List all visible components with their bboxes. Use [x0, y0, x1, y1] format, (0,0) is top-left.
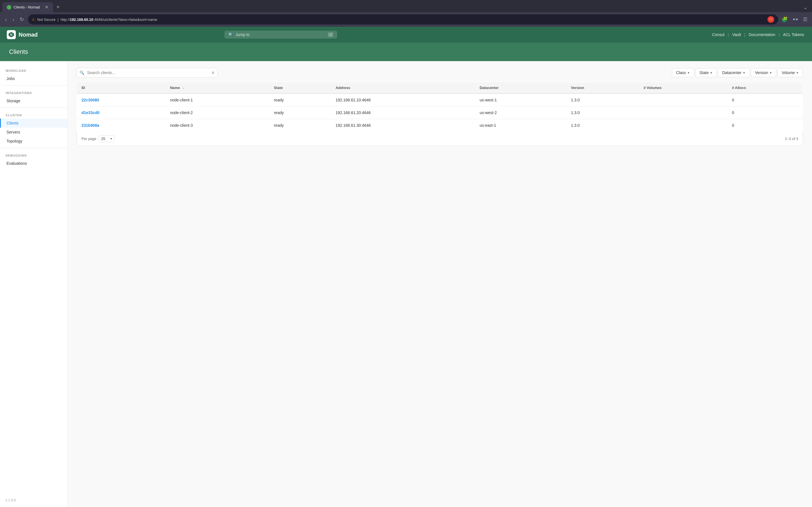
sidebar-item-clients-label: Clients	[6, 121, 18, 125]
version-filter-label: Version	[755, 70, 768, 75]
forward-button[interactable]: ›	[11, 15, 16, 24]
nomad-logo-text: Nomad	[18, 32, 38, 38]
sidebar-item-evaluations[interactable]: Evaluations	[0, 159, 67, 168]
sidebar-section-workload: WORKLOAD	[0, 66, 67, 74]
datacenter-filter-label: Datacenter	[722, 70, 741, 75]
per-page-select[interactable]: 10 25 50 100	[99, 135, 114, 142]
cell-version-0: 1.3.0	[566, 94, 639, 107]
sidebar-item-servers[interactable]: Servers	[0, 128, 67, 136]
documentation-link[interactable]: Documentation	[748, 33, 776, 37]
cell-volumes-2	[639, 119, 728, 132]
nomad-logo-svg: N	[8, 32, 14, 38]
client-id-link-2[interactable]: 231b908a	[82, 123, 99, 128]
cell-allocs-1: 0	[727, 107, 803, 119]
cell-volumes-0	[639, 94, 728, 107]
search-input[interactable]	[77, 68, 218, 77]
tab-more-button[interactable]: ⌄	[801, 3, 810, 11]
tab-close-button[interactable]: ✕	[45, 4, 49, 10]
vault-link[interactable]: Vault	[731, 33, 742, 37]
cell-version-1: 1.3.0	[566, 107, 639, 119]
acl-tokens-link[interactable]: ACL Tokens	[782, 33, 805, 37]
sidebar-item-storage[interactable]: Storage	[0, 96, 67, 105]
table-header-row: ID Name ↓ State Address Da	[77, 82, 803, 94]
cell-allocs-2: 0	[727, 119, 803, 132]
jump-to-input[interactable]: 🔍 Jump to /	[224, 31, 337, 39]
col-header-state: State	[269, 82, 331, 94]
table-row: d1e33cd0 node-client-2 ready 192.168.61.…	[77, 107, 803, 119]
cell-datacenter-2: us-east-1	[475, 119, 566, 132]
datacenter-filter-button[interactable]: Datacenter ▼	[718, 68, 749, 77]
cell-id-0: 22c30080	[77, 94, 165, 107]
volume-filter-label: Volume	[781, 70, 795, 75]
volume-filter-chevron: ▼	[796, 71, 799, 74]
table-row: 231b908a node-client-3 ready 192.168.61.…	[77, 119, 803, 132]
sidebar-item-jobs[interactable]: Jobs	[0, 74, 67, 83]
page-title: Clients	[9, 48, 803, 55]
cell-id-1: d1e33cd0	[77, 107, 165, 119]
puzzle-icon[interactable]: 🧩	[780, 15, 789, 24]
url-path: /ui/clients?desc=false&sort=name	[102, 17, 157, 22]
sidebar-divider-2	[0, 108, 67, 108]
col-header-datacenter: Datacenter	[475, 82, 566, 94]
col-header-allocs: # Allocs	[727, 82, 803, 94]
client-id-link-1[interactable]: d1e33cd0	[82, 110, 100, 115]
col-header-name[interactable]: Name ↓	[165, 82, 269, 94]
url-not-secure: Not Secure	[37, 17, 56, 22]
sidebar-item-jobs-label: Jobs	[6, 76, 15, 81]
class-filter-button[interactable]: Class ▼	[672, 68, 694, 77]
cell-state-1: ready	[269, 107, 331, 119]
class-filter-label: Class	[676, 70, 686, 75]
consul-link[interactable]: Consul	[711, 33, 726, 37]
volume-filter-button[interactable]: Volume ▼	[777, 68, 803, 77]
menu-icon[interactable]: ☰	[802, 15, 809, 24]
pagination-bar: Per page 10 25 50 100 ▼ 1–3 of 3	[77, 132, 803, 146]
browser-tab-bar: Clients - Nomad ✕ + ⌄	[0, 0, 812, 12]
table-body: 22c30080 node-client-1 ready 192.168.61.…	[77, 94, 803, 132]
glasses-icon[interactable]: 👓	[791, 15, 800, 24]
jump-to-shortcut: /	[328, 33, 333, 37]
sidebar-item-clients[interactable]: Clients	[0, 119, 67, 128]
filter-bar: 🔍 ✕ Class ▼ State ▼ Datacenter ▼	[77, 68, 803, 77]
table-header: ID Name ↓ State Address Da	[77, 82, 803, 94]
cell-allocs-0: 0	[727, 94, 803, 107]
search-icon: 🔍	[229, 33, 233, 37]
sidebar-divider-3	[0, 148, 67, 148]
nav-sep-3: |	[776, 33, 782, 37]
clients-table: ID Name ↓ State Address Da	[77, 82, 803, 132]
browser-chrome: Clients - Nomad ✕ + ⌄ ‹ › ↻ ⚠ Not Secure…	[0, 0, 812, 27]
cell-address-1: 192.168.61.20:4646	[331, 107, 475, 119]
state-filter-button[interactable]: State ▼	[695, 68, 717, 77]
datacenter-filter-chevron: ▼	[743, 71, 746, 74]
search-clear-button[interactable]: ✕	[211, 70, 215, 75]
url-protocol: http://	[61, 17, 70, 22]
back-button[interactable]: ‹	[3, 15, 8, 24]
new-tab-button[interactable]: +	[54, 3, 62, 11]
reload-button[interactable]: ↻	[18, 15, 26, 24]
search-icon: 🔍	[80, 70, 84, 75]
url-port: :4646	[93, 17, 103, 22]
version-filter-button[interactable]: Version ▼	[751, 68, 776, 77]
tab-title: Clients - Nomad	[13, 5, 40, 9]
version-filter-chevron: ▼	[769, 71, 772, 74]
class-filter-chevron: ▼	[687, 71, 690, 74]
nomad-logo[interactable]: N Nomad	[7, 30, 38, 39]
col-header-address: Address	[331, 82, 475, 94]
url-display: Not Secure | http://192.168.60.10:4646/u…	[37, 17, 765, 22]
sidebar-section-cluster: CLUSTER	[0, 110, 67, 119]
cell-name-2: node-client-3	[165, 119, 269, 132]
top-nav-links: Consul | Vault | Documentation | ACL Tok…	[711, 33, 805, 37]
sidebar: WORKLOAD Jobs INTEGRATIONS Storage CLUST…	[0, 61, 68, 507]
browser-toolbar: ‹ › ↻ ⚠ Not Secure | http://192.168.60.1…	[0, 12, 812, 27]
security-icon: ⚠	[32, 17, 35, 21]
cell-address-2: 192.168.61.30:4646	[331, 119, 475, 132]
per-page-wrapper: 10 25 50 100 ▼	[99, 135, 114, 142]
browser-tab-active[interactable]: Clients - Nomad ✕	[2, 2, 53, 12]
cell-id-2: 231b908a	[77, 119, 165, 132]
shield-icon: 🛡	[767, 16, 774, 23]
tab-favicon	[7, 5, 11, 10]
pagination-count: 1–3 of 3	[785, 136, 798, 141]
address-bar[interactable]: ⚠ Not Secure | http://192.168.60.10:4646…	[28, 14, 778, 24]
client-id-link-0[interactable]: 22c30080	[82, 98, 99, 102]
browser-extensions: 🧩 👓 ☰	[780, 15, 809, 24]
sidebar-item-topology[interactable]: Topology	[0, 136, 67, 146]
